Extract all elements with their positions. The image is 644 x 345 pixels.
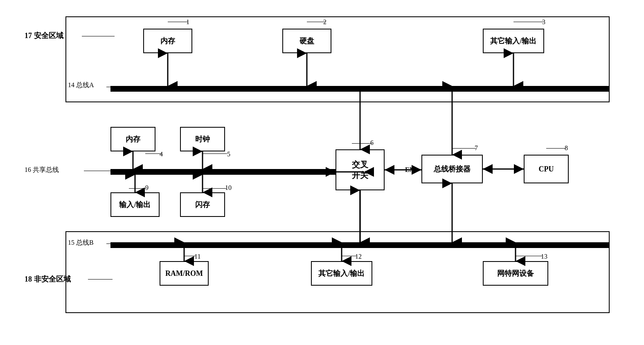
bus-b: [110, 242, 610, 248]
n4-line: [145, 153, 162, 154]
secure-zone-ref-line: [82, 36, 115, 36]
input-output-box: 输入/输出: [110, 192, 160, 217]
internet-box: 网特网设备: [483, 261, 548, 286]
n9-line: [129, 188, 146, 189]
memory-box: 内存: [143, 29, 192, 53]
num-2: 2: [323, 18, 327, 26]
num-4: 4: [160, 151, 163, 158]
bus-bridge-box: 总线桥接器: [421, 155, 483, 183]
bus-b-label: 15 总线B: [68, 239, 94, 247]
num-1: 1: [186, 18, 189, 26]
bus-a-label: 14 总线A: [68, 81, 94, 90]
n5-line: [203, 153, 227, 154]
num-5: 5: [227, 151, 230, 158]
shared-bus: [110, 169, 364, 175]
memory2-box: 内存: [110, 127, 155, 151]
diagram: 17 安全区域 14 总线A 18 非安全区域 15 总线B 16 共享总线 内…: [25, 8, 630, 336]
n13-line: [516, 256, 542, 256]
other-io-box: 其它输入/输出: [483, 29, 544, 53]
n3-line: [513, 22, 544, 22]
n10-line: [203, 188, 226, 189]
shared-bus-ref-line: [84, 171, 113, 171]
num-13: 13: [541, 253, 547, 260]
n8-line: [546, 148, 566, 149]
clock-box: 时钟: [180, 127, 225, 151]
n11-line: [184, 256, 196, 256]
insecure-zone-ref-line: [88, 279, 113, 280]
bus-a: [110, 86, 610, 92]
n7-line: [452, 148, 476, 149]
n6-line: [352, 143, 372, 144]
num-3: 3: [542, 18, 545, 26]
secure-zone-label: 17 安全区域: [25, 31, 63, 41]
n12-line: [342, 256, 356, 256]
en-label: EN: [405, 166, 414, 174]
num-11: 11: [194, 253, 200, 260]
num-9: 9: [145, 184, 149, 192]
shared-bus-label: 16 共享总线: [25, 166, 59, 174]
num-6: 6: [370, 139, 374, 147]
ram-rom-box: RAM/ROM: [160, 261, 209, 286]
num-12: 12: [355, 253, 362, 260]
flash-box: 闪存: [180, 192, 225, 217]
n1-line: [168, 22, 188, 22]
crossswitch-box: 交叉开关: [336, 149, 385, 190]
n2-line: [307, 22, 325, 22]
cpu-box: CPU: [524, 155, 569, 183]
num-10: 10: [225, 184, 232, 192]
other-io2-box: 其它输入/输出: [311, 261, 372, 286]
harddisk-box: 硬盘: [282, 29, 331, 53]
insecure-zone-label: 18 非安全区域: [25, 274, 71, 284]
